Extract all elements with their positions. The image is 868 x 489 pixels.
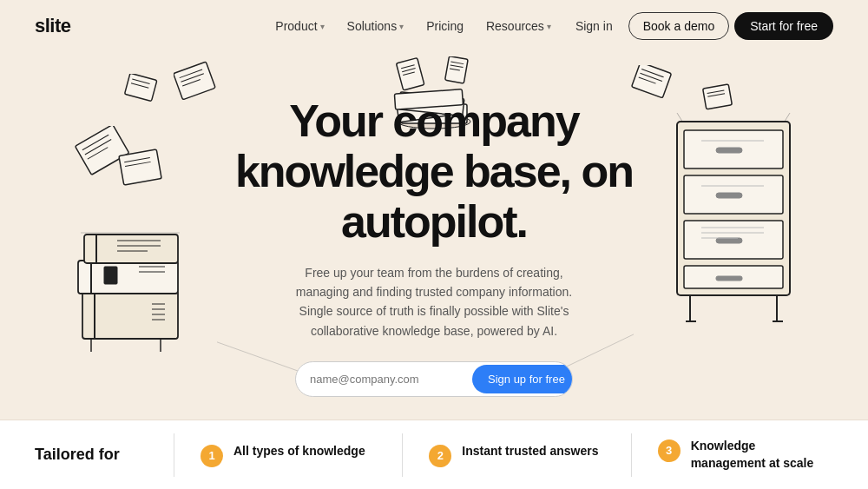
- chevron-down-icon: ▾: [547, 22, 551, 31]
- nav-solutions[interactable]: Solutions ▾: [339, 14, 413, 38]
- feature-item-3: 3 Knowledge management at scale: [658, 438, 833, 472]
- logo[interactable]: slite: [35, 15, 71, 37]
- book-demo-button[interactable]: Book a demo: [628, 12, 730, 40]
- nav-pricing[interactable]: Pricing: [418, 14, 472, 38]
- chevron-down-icon: ▾: [320, 22, 325, 31]
- feature-number-2: 2: [429, 445, 451, 467]
- divider: [174, 433, 174, 477]
- nav-links: Product ▾ Solutions ▾ Pricing Resources …: [266, 12, 833, 40]
- navigation: slite Product ▾ Solutions ▾ Pricing Reso…: [0, 0, 868, 52]
- feature-text-3: Knowledge management at scale: [691, 438, 833, 472]
- cta-form: Sign up for free: [295, 361, 573, 397]
- signup-button[interactable]: Sign up for free: [472, 365, 573, 393]
- chevron-down-icon: ▾: [399, 22, 404, 31]
- feature-text-1: All types of knowledge: [233, 443, 365, 460]
- bottom-bar: Tailored for 1 All types of knowledge 2 …: [0, 420, 868, 489]
- hero-section: Your company knowledge base, on autopilo…: [0, 52, 868, 397]
- feature-item-2: 2 Instant trusted answers: [429, 443, 604, 467]
- start-free-button[interactable]: Start for free: [734, 12, 833, 40]
- divider-2: [402, 433, 403, 477]
- feature-text-2: Instant trusted answers: [462, 443, 598, 460]
- tailored-label: Tailored for: [35, 446, 148, 464]
- hero-subtitle: Free up your team from the burdens of cr…: [286, 263, 582, 341]
- nav-product[interactable]: Product ▾: [266, 14, 332, 38]
- hero-title: Your company knowledge base, on autopilo…: [208, 96, 660, 248]
- divider-3: [631, 433, 632, 477]
- feature-number-3: 3: [658, 439, 681, 462]
- feature-number-1: 1: [201, 445, 223, 467]
- email-input[interactable]: [296, 364, 470, 394]
- nav-resources[interactable]: Resources ▾: [477, 14, 560, 38]
- nav-signin[interactable]: Sign in: [565, 14, 623, 38]
- feature-item-1: 1 All types of knowledge: [201, 443, 376, 467]
